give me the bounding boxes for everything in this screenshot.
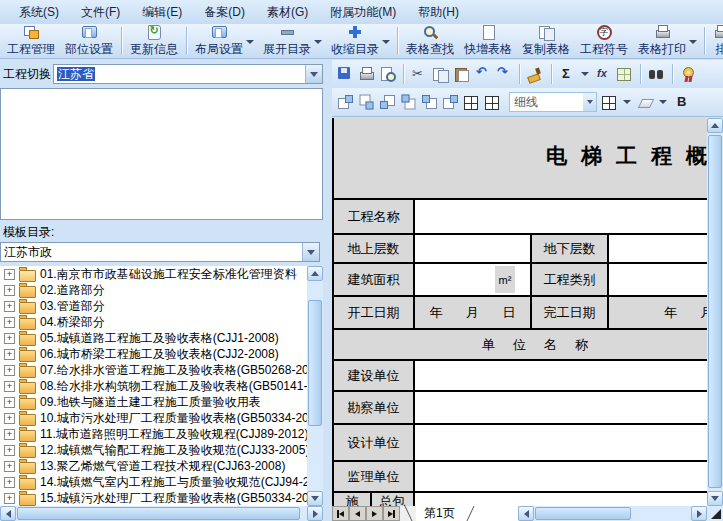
sheet-cell-label[interactable]: 建设单位 — [334, 361, 415, 390]
paste-icon[interactable] — [453, 66, 470, 82]
scroll-left-button[interactable] — [0, 506, 16, 521]
sheet-cell-label[interactable]: 监理单位 — [334, 462, 415, 491]
merge-cells-right-icon[interactable] — [442, 94, 459, 110]
scroll-down-button[interactable] — [307, 491, 323, 506]
expand-icon[interactable]: + — [4, 397, 15, 408]
sheet-cell-label[interactable]: 施 — [334, 493, 372, 506]
expand-icon[interactable]: + — [4, 301, 15, 312]
project-switch-combobox[interactable]: 江苏省 — [53, 64, 323, 84]
sheet-vertical-scrollbar[interactable] — [707, 118, 723, 506]
sheet-cell-date[interactable]: 年 月 — [609, 297, 707, 328]
cell-edit-icon[interactable] — [463, 94, 480, 110]
sheet-cell-value[interactable] — [415, 493, 707, 506]
sheet-cell-value[interactable] — [609, 264, 707, 295]
sheet-cell-value[interactable] — [415, 425, 707, 460]
menu-extra-functions[interactable]: 附属功能(M) — [319, 1, 407, 24]
merge-cells-down-icon[interactable] — [421, 94, 438, 110]
sheet-cell-value[interactable] — [415, 462, 707, 491]
project-switch-value[interactable]: 江苏省 — [54, 65, 305, 83]
undo-icon[interactable] — [474, 66, 491, 82]
copy-icon[interactable] — [432, 66, 449, 82]
tree-item[interactable]: +12.城镇燃气输配工程施工及验收规范(CJJ33-2005) — [0, 442, 307, 458]
scrollbar-thumb[interactable] — [535, 507, 631, 520]
sheet-cell-label[interactable]: 地下层数 — [532, 235, 609, 262]
menu-help[interactable]: 帮助(H) — [407, 1, 470, 24]
tree-item[interactable]: +03.管道部分 — [0, 298, 307, 314]
sheet-cell-label[interactable]: 工程名称 — [334, 200, 415, 233]
scroll-up-button[interactable] — [307, 266, 323, 281]
scroll-right-button[interactable] — [307, 506, 323, 521]
sheet-section-header[interactable]: 单位名称 — [334, 330, 707, 359]
sheet-cell-value[interactable] — [415, 392, 707, 423]
expand-icon[interactable]: + — [4, 349, 15, 360]
copy-table-button[interactable]: 复制表格 — [517, 25, 575, 57]
scrollbar-thumb[interactable] — [708, 135, 722, 488]
menu-material[interactable]: 素材(G) — [256, 1, 319, 24]
layout-setting-button[interactable]: 布局设置 — [190, 25, 258, 57]
split-cell-up-icon[interactable] — [337, 94, 354, 110]
sheet-cell-label[interactable]: 设计单位 — [334, 425, 415, 460]
insert-row-down-icon[interactable] — [401, 94, 417, 111]
expand-icon[interactable]: + — [4, 365, 15, 376]
table-find-button[interactable]: 表格查找 — [401, 25, 459, 57]
chevron-down-icon[interactable] — [302, 243, 319, 261]
expand-icon[interactable]: + — [4, 413, 15, 424]
tree-item[interactable]: +14.城镇燃气室内工程施工与质量验收规范(CJJ94-2 — [0, 474, 307, 490]
first-page-button[interactable] — [332, 506, 349, 521]
unit-cell[interactable]: m² — [495, 266, 515, 293]
expand-icon[interactable]: + — [4, 461, 15, 472]
save-icon[interactable] — [337, 66, 354, 82]
tree-item[interactable]: +01.南京市市政基础设施工程安全标准化管理资料 — [0, 266, 307, 282]
chevron-down-icon[interactable] — [305, 65, 322, 83]
tree-item[interactable]: +08.给水排水构筑物工程施工及验收表格(GB50141-2 — [0, 378, 307, 394]
cut-icon[interactable] — [411, 66, 428, 82]
next-page-button[interactable] — [366, 506, 383, 521]
update-info-button[interactable]: 更新信息 — [125, 25, 183, 57]
chevron-down-icon[interactable] — [622, 94, 633, 110]
expand-icon[interactable]: + — [4, 445, 15, 456]
menu-edit[interactable]: 编辑(E) — [131, 1, 193, 24]
line-style-combobox[interactable]: 细线 — [509, 92, 597, 112]
sheet-cell-label[interactable]: 地上层数 — [334, 235, 415, 262]
sheet-cell-label[interactable]: 总包 — [372, 493, 415, 506]
chevron-down-icon[interactable] — [583, 93, 596, 111]
scrollbar-thumb[interactable] — [308, 300, 322, 426]
collapse-tree-button[interactable]: 收缩目录 — [326, 25, 394, 57]
tree-item[interactable]: +07.给水排水管道工程施工及验收表格(GB50268-200 — [0, 362, 307, 378]
expand-icon[interactable]: + — [4, 477, 15, 488]
expand-icon[interactable]: + — [4, 317, 15, 328]
resize-grip[interactable] — [707, 506, 723, 521]
sheet-cell-label[interactable]: 完工日期 — [532, 297, 609, 328]
project-manage-button[interactable]: 工程管理 — [2, 25, 60, 57]
chevron-down-icon[interactable] — [580, 66, 591, 82]
function-icon[interactable] — [595, 66, 612, 82]
sheet-horizontal-scrollbar[interactable] — [518, 506, 707, 521]
clipped-toolbar-button[interactable]: 排 — [708, 25, 723, 57]
table-print-button[interactable]: 表格打印 — [633, 25, 701, 57]
approval-seal-icon[interactable] — [680, 66, 697, 82]
menu-system[interactable]: 系统(S) — [8, 1, 70, 24]
sheet-cell-value[interactable] — [609, 235, 707, 262]
table-grid-icon[interactable] — [484, 94, 501, 110]
menu-record[interactable]: 备案(D) — [193, 1, 256, 24]
prev-page-button[interactable] — [349, 506, 366, 521]
sum-icon[interactable] — [559, 66, 576, 82]
sheet-cell-value[interactable] — [415, 361, 707, 390]
tree-horizontal-scrollbar[interactable] — [0, 506, 323, 521]
expand-icon[interactable]: + — [4, 269, 15, 280]
scroll-up-button[interactable] — [707, 118, 723, 133]
tree-item[interactable]: +06.城市桥梁工程施工及验收表格(CJJ2-2008) — [0, 346, 307, 362]
table-fill-icon[interactable] — [616, 66, 633, 82]
sheet-cell-value[interactable] — [415, 200, 707, 233]
sheet-tab-page1[interactable]: 第1页 — [416, 506, 463, 521]
print-preview-icon[interactable] — [379, 66, 396, 82]
tree-item[interactable]: +05.城镇道路工程施工及验收表格(CJJ1-2008) — [0, 330, 307, 346]
tree-item[interactable]: +04.桥梁部分 — [0, 314, 307, 330]
unit-setting-button[interactable]: 部位设置 — [60, 25, 118, 57]
quick-add-table-button[interactable]: 快增表格 — [459, 25, 517, 57]
expand-icon[interactable]: + — [4, 381, 15, 392]
tree-vertical-scrollbar[interactable] — [307, 266, 323, 506]
expand-icon[interactable]: + — [4, 285, 15, 296]
last-page-button[interactable] — [383, 506, 400, 521]
sheet-cell-label[interactable]: 开工日期 — [334, 297, 415, 328]
